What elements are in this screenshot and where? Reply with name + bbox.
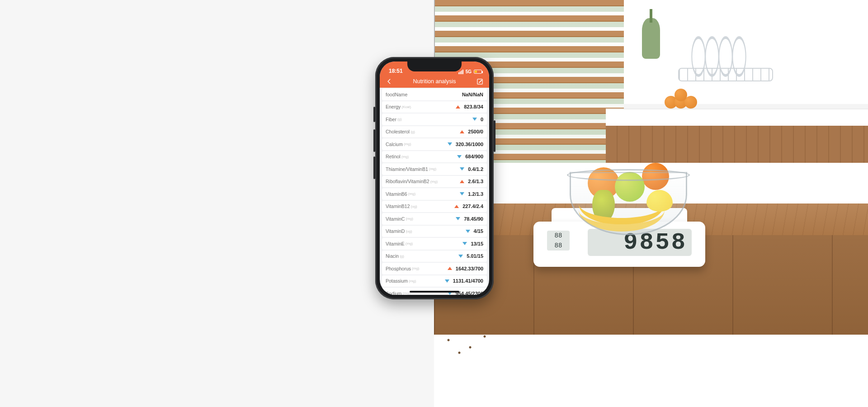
phone-notch — [407, 62, 462, 71]
phone-screen: 18:51 5G Nutrition analysis foodNameNaN/… — [380, 62, 489, 295]
signal-icon — [458, 70, 463, 74]
kitchen-scale: 88 88 9858 — [533, 208, 705, 271]
triangle-down-icon — [460, 192, 464, 195]
nutrient-unit: (ug) — [406, 229, 412, 233]
nutrition-row[interactable]: Riboflavin/VitaminB2(mg)2.6/1.3 — [382, 176, 487, 188]
triangle-down-icon — [472, 118, 477, 121]
nutrient-unit: (g) — [400, 254, 404, 258]
nutrient-name: Potassium — [386, 278, 408, 284]
nutrient-name: VitaminB6 — [386, 191, 407, 197]
nutrient-unit: (mg) — [406, 217, 413, 221]
nutrient-name: Sodium — [386, 291, 402, 295]
left-empty-panel — [0, 0, 434, 407]
nutrient-value: 2500/0 — [468, 129, 483, 134]
nutrient-name: Niacin — [386, 253, 399, 259]
scale-aux-display: 88 88 — [547, 231, 570, 251]
nutrient-value: 5.01/15 — [467, 253, 483, 259]
nutrient-name: Thiamine/VitaminB1 — [386, 166, 428, 172]
kitchen-scene: 88 88 9858 — [434, 0, 868, 407]
oranges-decoration — [665, 89, 701, 111]
nutrition-row[interactable]: VitaminE(mg)13/15 — [382, 238, 487, 250]
page-title: Nutrition analysis — [413, 78, 456, 85]
nutrient-name: Retinol — [386, 154, 401, 159]
nutrition-row[interactable]: foodNameNaN/NaN — [382, 89, 487, 100]
scale-main-display: 9858 — [588, 229, 692, 256]
triangle-up-icon — [460, 130, 464, 133]
phone-device-frame: 18:51 5G Nutrition analysis foodNameNaN/… — [375, 57, 494, 299]
nutrition-row[interactable]: Calcium(mg)320.36/1000 — [382, 138, 487, 150]
nutrient-unit: (mg) — [412, 266, 419, 270]
nutrient-value: 320.36/1000 — [456, 142, 483, 147]
nutrient-unit: (mg) — [406, 241, 413, 246]
nutrient-unit: (mg) — [401, 155, 409, 159]
back-button[interactable] — [385, 77, 393, 85]
dish-rack — [678, 32, 796, 81]
nutrient-value: 1642.33/700 — [456, 266, 483, 271]
triangle-up-icon — [454, 205, 459, 208]
nutrient-name: Fiber — [386, 117, 396, 122]
nutrition-row[interactable]: Phosphorus(mg)1642.33/700 — [382, 263, 487, 274]
nutrition-row[interactable]: VitaminB12(ug)227.4/2.4 — [382, 201, 487, 213]
nutrient-unit: (mg) — [408, 192, 415, 196]
triangle-up-icon — [456, 105, 460, 109]
nutrient-name: VitaminD — [386, 228, 405, 234]
title-bar: Nutrition analysis — [380, 75, 489, 88]
nutrient-value: 13/15 — [471, 241, 483, 246]
scale-aux1: 88 — [555, 232, 562, 239]
nutrient-value: NaN/NaN — [462, 92, 483, 97]
nutrition-row[interactable]: Energy(Kcal)823.8/34 — [382, 101, 487, 113]
nutrient-value: 1131.41/4700 — [453, 278, 483, 284]
nutrient-name: Riboflavin/VitaminB2 — [386, 179, 429, 184]
nutrition-row[interactable]: Potassium(mg)1131.41/4700 — [382, 275, 487, 287]
nutrition-row[interactable]: Thiamine/VitaminB1(mg)0.4/1.2 — [382, 163, 487, 175]
nutrient-value: 4/15 — [474, 228, 483, 234]
nutrition-row[interactable]: Fiber(g)0 — [382, 114, 487, 125]
nutrition-row[interactable]: VitaminB6(mg)1.2/1.3 — [382, 188, 487, 200]
nutrition-list[interactable]: foodNameNaN/NaNEnergy(Kcal)823.8/34Fiber… — [380, 88, 489, 295]
nutrient-value: 684/900 — [465, 154, 483, 159]
triangle-down-icon — [457, 155, 462, 158]
nutrient-name: Phosphorus — [386, 266, 411, 271]
nutrition-row[interactable]: Cholesterol(g)2500/0 — [382, 126, 487, 138]
nutrient-name: VitaminE — [386, 241, 405, 246]
nutrient-unit: (mg) — [429, 167, 436, 171]
triangle-up-icon — [448, 267, 452, 270]
nutrient-value: 227.4/2.4 — [462, 204, 483, 209]
triangle-up-icon — [460, 180, 464, 183]
nutrient-name: Cholesterol — [386, 129, 410, 134]
nutrient-unit: (mg) — [404, 142, 411, 146]
nutrition-row[interactable]: VitaminC(mg)78.45/90 — [382, 213, 487, 225]
nutrition-row[interactable]: Niacin(g)5.01/15 — [382, 251, 487, 262]
battery-icon — [474, 70, 482, 74]
triangle-down-icon — [448, 142, 452, 146]
nutrient-value: 0.4/1.2 — [468, 166, 483, 172]
edit-button[interactable] — [476, 77, 484, 85]
nutrient-name: foodName — [386, 92, 407, 97]
edit-icon — [476, 78, 483, 85]
home-indicator[interactable] — [410, 291, 459, 293]
nutrient-name: VitaminC — [386, 216, 405, 222]
nutrient-value: 2.6/1.3 — [468, 179, 483, 184]
triangle-down-icon — [460, 167, 464, 170]
scale-aux2: 88 — [555, 242, 562, 249]
nutrient-unit: (mg) — [403, 291, 410, 295]
nutrient-unit: (g) — [397, 117, 402, 121]
nutrient-unit: (ug) — [411, 204, 417, 208]
nutrient-value: 823.8/34 — [464, 104, 483, 109]
triangle-down-icon — [466, 230, 470, 233]
triangle-down-icon — [456, 217, 460, 220]
chevron-left-icon — [386, 78, 392, 85]
nutrient-name: Calcium — [386, 142, 403, 147]
nutrient-value: 1.2/1.3 — [468, 191, 483, 197]
nutrient-unit: (mg) — [409, 279, 416, 283]
network-label: 5G — [466, 69, 472, 74]
nutrient-unit: (g) — [410, 130, 415, 134]
triangle-down-icon — [458, 255, 463, 258]
triangle-down-icon — [462, 242, 467, 245]
nutrition-row[interactable]: VitaminD(ug)4/15 — [382, 226, 487, 237]
nutrient-name: VitaminB12 — [386, 204, 410, 209]
nutrient-value: 78.45/90 — [464, 216, 483, 222]
nutrition-row[interactable]: Retinol(mg)684/900 — [382, 151, 487, 163]
nutrient-unit: (mg) — [430, 180, 438, 184]
vase-decoration — [642, 18, 660, 59]
